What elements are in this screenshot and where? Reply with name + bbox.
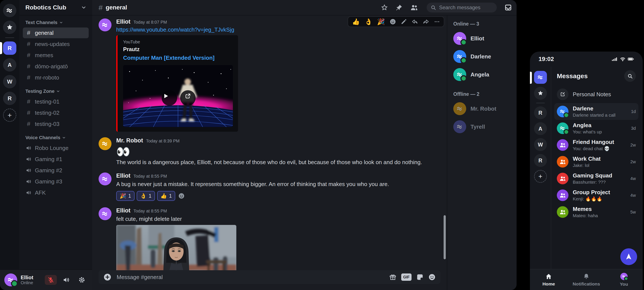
channel-news-updates[interactable]: # news-updates	[23, 39, 89, 49]
conversation-memes[interactable]: Memes Mateo: haha 5w	[557, 204, 636, 220]
personal-notes-item[interactable]: Personal Notes	[557, 86, 636, 103]
search-button[interactable]	[624, 70, 636, 82]
wave-avatar-icon	[103, 23, 107, 26]
favorites-server[interactable]	[534, 87, 547, 100]
youtube-link[interactable]: https://www.youtube.com/watch?v=jeg_TJvk…	[116, 26, 234, 33]
add-server-button[interactable]: +	[534, 170, 547, 183]
channel-general[interactable]: # general	[23, 27, 89, 38]
conversation-darlene[interactable]: Darlene Darlene started a call 1d	[554, 103, 638, 120]
sticker-button[interactable]	[416, 274, 424, 281]
embed-title[interactable]: Computer Man [Extended Version]	[123, 55, 232, 61]
play-button[interactable]	[162, 92, 170, 100]
section-voice-channels[interactable]: Voice Channels	[19, 135, 92, 141]
avatar[interactable]	[98, 18, 112, 31]
voice-robo-lounge[interactable]: Robo Lounge	[23, 143, 89, 153]
avatar[interactable]	[4, 274, 17, 286]
conversation-gaming-squad[interactable]: Gaming Squad Basshunter: ??? 4w	[557, 170, 636, 187]
voice-gaming-1[interactable]: Gaming #1	[23, 154, 89, 164]
reply-button[interactable]	[412, 18, 418, 25]
new-message-fab[interactable]	[620, 248, 637, 265]
app-logo-server[interactable]	[3, 4, 16, 17]
deafen-button[interactable]	[60, 275, 72, 285]
conversation-time: 5w	[630, 210, 636, 215]
add-reaction-button[interactable]	[390, 18, 396, 25]
member-darlene[interactable]: Darlene	[452, 49, 512, 64]
video-thumbnail[interactable]	[123, 65, 233, 127]
avatar[interactable]	[98, 207, 112, 220]
channel-testing-02[interactable]: # testing-02	[23, 107, 89, 118]
reaction-thumbs-up[interactable]: 👍 1	[157, 191, 176, 201]
pinned-messages-button[interactable]	[396, 4, 402, 11]
channel-testing-01[interactable]: # testing-01	[23, 96, 89, 107]
server-w[interactable]: W	[3, 75, 16, 88]
attach-button[interactable]	[103, 273, 112, 281]
chat-scrollbar[interactable]	[444, 215, 446, 259]
avatar	[620, 273, 628, 280]
section-text-channels[interactable]: Text Channels	[19, 20, 92, 25]
message-author[interactable]: Elliot	[116, 207, 130, 214]
message-author[interactable]: Mr. Robot	[116, 137, 143, 144]
favorite-channel-button[interactable]	[381, 4, 388, 11]
avatar[interactable]	[98, 137, 112, 150]
conversation-work-chat[interactable]: Work Chat Jake: lol 2w	[557, 153, 636, 170]
quick-react-party[interactable]: 🎉	[377, 19, 385, 25]
settings-button[interactable]	[76, 275, 88, 285]
voice-gaming-3[interactable]: Gaming #3	[23, 176, 89, 187]
server-r2[interactable]: R	[3, 92, 16, 105]
member-mr-robot[interactable]: Mr. Robot	[452, 101, 512, 116]
search-bar[interactable]	[426, 2, 497, 12]
channel-testing-03[interactable]: # testing-03	[23, 119, 89, 129]
server-robotics-club[interactable]: R	[3, 41, 16, 55]
reaction-party[interactable]: 🎉 1	[116, 191, 134, 201]
message-hover-toolbar: 👍 👌 🎉	[348, 16, 444, 27]
mic-mute-button[interactable]	[45, 275, 57, 285]
voice-gaming-2[interactable]: Gaming #2	[23, 165, 89, 176]
member-list: Online — 3 Elliot Darlene	[447, 15, 516, 290]
member-angela[interactable]: Angela	[452, 67, 512, 82]
inbox-button[interactable]	[504, 4, 512, 11]
section-testing-zone[interactable]: Testing Zone	[19, 89, 92, 94]
more-actions-button[interactable]	[434, 19, 440, 25]
conversation-group-project[interactable]: Group Project Kenji: 🔥🔥🔥 4w	[557, 187, 636, 204]
search-input[interactable]	[439, 4, 482, 11]
gif-button[interactable]: GIF	[401, 274, 412, 281]
avatar[interactable]	[98, 172, 112, 185]
open-external-button[interactable]	[184, 92, 192, 100]
channel-mr-roboto[interactable]: # mr-roboto	[23, 72, 89, 83]
forward-button[interactable]	[423, 18, 429, 25]
edit-button[interactable]	[401, 19, 407, 25]
conversation-friend-hangout[interactable]: Friend Hangout You: dead chat 💀 2w	[557, 137, 636, 153]
member-list-toggle[interactable]	[410, 4, 418, 11]
conversation-anglea[interactable]: Anglea You: what's up 3d	[557, 120, 636, 137]
message-author[interactable]: Elliot	[116, 172, 130, 179]
message-author[interactable]: Elliot	[116, 18, 130, 25]
gift-button[interactable]	[389, 274, 396, 281]
channel-domo-arigato[interactable]: # dōmo-arigatō	[23, 61, 89, 72]
message-timestamp: Today at 8:55 PM	[134, 174, 167, 179]
quick-react-thumbs-up[interactable]: 👍	[352, 19, 360, 25]
server-a[interactable]: A	[3, 58, 16, 72]
voice-afk[interactable]: AFK	[23, 187, 89, 198]
channel-memes[interactable]: # memes	[23, 50, 89, 61]
member-tyrell[interactable]: Tyrell	[452, 120, 512, 134]
message-input[interactable]	[116, 274, 384, 281]
add-server-button[interactable]: +	[3, 109, 16, 122]
photo-elliot-street[interactable]	[116, 225, 236, 270]
server-r2[interactable]: R	[534, 154, 547, 167]
nav-notifications[interactable]: Notifications	[568, 269, 605, 290]
favorites-server[interactable]	[3, 21, 16, 34]
member-elliot[interactable]: Elliot	[452, 31, 512, 46]
nav-home[interactable]: Home	[530, 269, 568, 290]
embed-provider: YouTube	[123, 39, 232, 44]
server-w[interactable]: W	[534, 138, 547, 151]
quick-react-ok-hand[interactable]: 👌	[364, 19, 372, 25]
emoji-button[interactable]	[428, 274, 436, 281]
server-r[interactable]: R	[534, 106, 547, 119]
add-reaction-button[interactable]	[178, 193, 185, 199]
server-header[interactable]: Robotics Club	[19, 0, 92, 15]
nav-you[interactable]: You	[605, 269, 643, 290]
app-logo-server[interactable]	[534, 71, 547, 84]
reaction-ok-hand[interactable]: 👌 1	[137, 191, 155, 201]
group-avatar	[557, 189, 568, 201]
server-a[interactable]: A	[534, 122, 547, 135]
